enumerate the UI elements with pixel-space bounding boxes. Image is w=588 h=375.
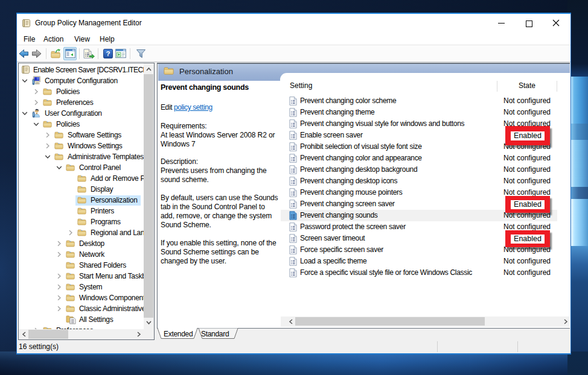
svg-text:?: ? (106, 50, 110, 57)
svg-text:Standard: Standard (201, 330, 229, 338)
svg-text:Extended: Extended (164, 330, 193, 338)
